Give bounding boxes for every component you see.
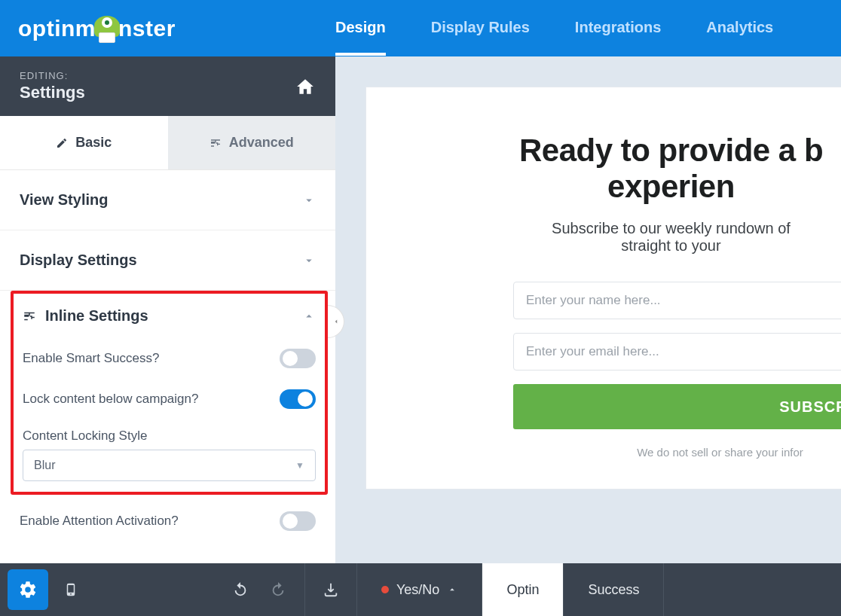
inline-settings-highlight: Inline Settings Enable Smart Success? Lo… bbox=[11, 291, 328, 495]
lock-content-label: Lock content below campaign? bbox=[23, 392, 198, 407]
section-inline-settings-label: Inline Settings bbox=[45, 307, 148, 325]
step-success[interactable]: Success bbox=[564, 563, 664, 616]
name-input[interactable] bbox=[513, 282, 841, 319]
logo-text-prefix: optinm bbox=[18, 16, 96, 41]
download-button[interactable] bbox=[304, 563, 357, 616]
status-dot-icon bbox=[381, 586, 389, 593]
settings-tabs: Basic Advanced bbox=[0, 116, 335, 170]
step-yesno[interactable]: Yes/No bbox=[357, 563, 482, 616]
row-attention-activation: Enable Attention Activation? bbox=[0, 501, 335, 541]
section-view-styling-label: View Styling bbox=[20, 191, 108, 209]
tab-basic-label: Basic bbox=[75, 135, 112, 151]
undo-button[interactable] bbox=[222, 563, 259, 616]
toggle-smart-success[interactable] bbox=[280, 349, 316, 368]
preview-form: SUBSCRIBE bbox=[366, 282, 841, 429]
email-input[interactable] bbox=[513, 333, 841, 371]
chevron-down-icon bbox=[302, 194, 316, 207]
row-lock-content: Lock content below campaign? bbox=[14, 379, 325, 419]
step-optin-label: Optin bbox=[506, 582, 539, 598]
chevron-down-icon bbox=[302, 254, 316, 267]
top-navbar: optinm nster Design Display Rules Integr… bbox=[0, 0, 841, 56]
subscribe-button[interactable]: SUBSCRIBE bbox=[513, 384, 841, 429]
main-nav: Design Display Rules Integrations Analyt… bbox=[335, 1, 773, 56]
section-view-styling[interactable]: View Styling bbox=[0, 170, 335, 230]
attention-label: Enable Attention Activation? bbox=[20, 514, 179, 529]
toggle-lock-content[interactable] bbox=[280, 389, 316, 409]
nav-analytics[interactable]: Analytics bbox=[706, 1, 773, 56]
toggle-attention-activation[interactable] bbox=[280, 511, 316, 531]
tab-advanced-label: Advanced bbox=[229, 135, 294, 151]
section-display-settings-label: Display Settings bbox=[20, 252, 137, 269]
settings-gear-button[interactable] bbox=[8, 569, 48, 610]
sliders-icon bbox=[23, 310, 36, 323]
preview-canvas: Ready to provide a b experien Subscribe … bbox=[335, 56, 841, 563]
redo-button[interactable] bbox=[259, 563, 297, 616]
step-optin[interactable]: Optin bbox=[482, 563, 564, 616]
settings-sidebar: EDITING: Settings Basic bbox=[0, 56, 335, 563]
row-smart-success: Enable Smart Success? bbox=[14, 338, 325, 379]
chevron-up-icon bbox=[447, 584, 457, 595]
home-icon[interactable] bbox=[295, 77, 316, 96]
mobile-preview-button[interactable] bbox=[48, 563, 93, 616]
brand-logo[interactable]: optinm nster bbox=[0, 16, 335, 41]
step-yesno-label: Yes/No bbox=[396, 582, 439, 598]
tab-advanced[interactable]: Advanced bbox=[168, 116, 336, 169]
select-locking-style-value: Blur bbox=[34, 459, 55, 472]
caret-down-icon: ▼ bbox=[295, 460, 304, 471]
preview-headline: Ready to provide a b experien bbox=[366, 133, 841, 205]
step-success-label: Success bbox=[588, 582, 639, 598]
editing-label: EDITING: bbox=[20, 70, 85, 81]
smart-success-label: Enable Smart Success? bbox=[23, 351, 159, 366]
section-inline-settings[interactable]: Inline Settings bbox=[14, 294, 325, 338]
section-display-settings[interactable]: Display Settings bbox=[0, 230, 335, 291]
logo-text-suffix: nster bbox=[118, 16, 176, 41]
nav-design[interactable]: Design bbox=[335, 1, 386, 56]
pencil-icon bbox=[56, 137, 68, 149]
nav-integrations[interactable]: Integrations bbox=[575, 1, 661, 56]
editing-header: EDITING: Settings bbox=[0, 56, 335, 116]
editing-title: Settings bbox=[20, 83, 85, 102]
preview-subtext: Subscribe to our weekly rundown of strai… bbox=[366, 220, 841, 255]
nav-display-rules[interactable]: Display Rules bbox=[431, 1, 530, 56]
locking-style-label: Content Locking Style bbox=[14, 419, 325, 450]
preview-disclaimer: We do not sell or share your infor bbox=[366, 446, 841, 459]
select-locking-style[interactable]: Blur ▼ bbox=[23, 450, 316, 481]
chevron-up-icon bbox=[302, 310, 316, 323]
monster-icon bbox=[94, 16, 120, 41]
tab-basic[interactable]: Basic bbox=[0, 116, 168, 169]
sliders-icon bbox=[209, 137, 222, 149]
campaign-preview: Ready to provide a b experien Subscribe … bbox=[365, 87, 841, 489]
builder-footer: Yes/No Optin Success bbox=[0, 563, 841, 616]
